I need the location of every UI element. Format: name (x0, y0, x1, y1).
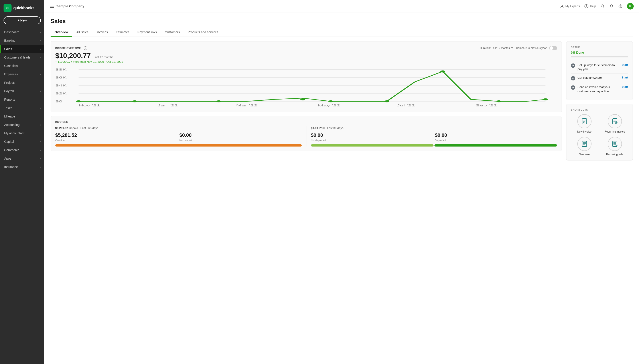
sidebar-item-label-payroll: Payroll (4, 89, 14, 93)
setup-progress-label: 0% Done (571, 51, 628, 54)
sidebar-item-label-cashflow: Cash flow (4, 64, 18, 68)
sidebar-item-accounting[interactable]: Accounting › (0, 120, 44, 129)
sidebar-nav: Dashboard › Banking › Sales › Customers … (0, 28, 44, 364)
setup-item-1: Get paid anywhere Start (571, 74, 628, 83)
setup-start-1[interactable]: Start (621, 76, 628, 79)
settings-icon[interactable] (618, 4, 622, 8)
deposited-bar (434, 144, 557, 146)
chart-amount: $10,200.77 (55, 52, 91, 60)
svg-point-32 (543, 98, 548, 100)
sidebar-item-expenses[interactable]: Expenses › (0, 70, 44, 78)
sidebar-item-payroll[interactable]: Payroll › (0, 87, 44, 95)
svg-line-6 (603, 7, 604, 8)
sidebar-item-insurance[interactable]: Insurance › (0, 163, 44, 171)
tab-overview[interactable]: Overview (51, 28, 72, 37)
setup-check-icon-1 (571, 76, 575, 80)
shortcuts-panel: SHORTCUTS (566, 104, 633, 160)
notifications-icon[interactable] (609, 4, 614, 8)
sidebar-item-cashflow[interactable]: Cash flow (0, 62, 44, 70)
duration-select[interactable]: Duration: Last 12 months ▼ (480, 46, 513, 50)
income-chart-card: INCOME OVER TIME i Duration: Last 12 mon… (51, 41, 562, 112)
sidebar-item-banking[interactable]: Banking › (0, 36, 44, 45)
svg-text:Jan '22: Jan '22 (157, 104, 178, 107)
sidebar: QB quickbooks + New Dashboard › Banking … (0, 0, 44, 364)
sidebar-item-apps[interactable]: Apps › (0, 154, 44, 163)
sidebar-item-reports[interactable]: Reports (0, 95, 44, 104)
sidebar-item-label-expenses: Expenses (4, 72, 18, 76)
shortcut-new-sale[interactable]: New sale (571, 137, 598, 156)
sidebar-item-taxes[interactable]: Taxes › (0, 104, 44, 112)
page-title: Sales (51, 18, 633, 24)
overdue-bar (55, 144, 302, 146)
sidebar-item-sales[interactable]: Sales › (0, 45, 44, 53)
shortcut-recurring-invoice[interactable]: Recurring invoice (601, 114, 628, 133)
deposited-label: Deposited (435, 139, 557, 142)
topbar-right: My Experts ? Help (560, 3, 634, 10)
my-experts-label: My Experts (565, 4, 580, 8)
svg-point-30 (440, 70, 445, 72)
recurring-invoice-icon (608, 114, 622, 128)
main-area: Sample Company My Experts ? (44, 0, 639, 364)
chevron-icon-taxes: › (40, 107, 41, 109)
not-due-label: Not due yet (179, 139, 302, 142)
setup-start-2[interactable]: Start (621, 85, 628, 88)
new-button[interactable]: + New (4, 16, 41, 24)
setup-text-0: Set up ways for customers to pay you (577, 63, 619, 71)
sidebar-item-myaccountant[interactable]: My accountant (0, 129, 44, 138)
svg-point-5 (601, 5, 603, 7)
arrow-up-icon: ↑ (55, 60, 57, 64)
svg-point-42 (615, 122, 617, 124)
chevron-icon-commerce: › (40, 149, 41, 152)
overdue-amount: $5,281.52 (55, 132, 178, 138)
sidebar-item-customers[interactable]: Customers & leads › (0, 53, 44, 62)
chart-info-icon[interactable]: i (84, 46, 87, 50)
new-sale-label: New sale (579, 153, 590, 156)
topbar-left: Sample Company (50, 4, 84, 8)
recurring-sale-icon (608, 137, 622, 151)
new-invoice-icon (577, 114, 591, 128)
svg-text:?: ? (586, 5, 587, 8)
tab-estimates[interactable]: Estimates (112, 28, 133, 37)
tab-customers[interactable]: Customers (161, 28, 184, 37)
shortcut-recurring-sale[interactable]: Recurring sale (601, 137, 628, 156)
deposited-bar-container (434, 144, 557, 146)
sidebar-item-label-customers: Customers & leads (4, 56, 30, 59)
sidebar-item-label-taxes: Taxes (4, 106, 13, 110)
help-button[interactable]: ? Help (584, 4, 596, 8)
sidebar-item-commerce[interactable]: Commerce › (0, 146, 44, 154)
tab-products[interactable]: Products and services (184, 28, 222, 37)
not-deposited-bar-container (311, 144, 434, 146)
content-grid: INCOME OVER TIME i Duration: Last 12 mon… (51, 41, 633, 160)
logo-text: quickbooks (13, 6, 34, 10)
my-experts-button[interactable]: My Experts (560, 4, 580, 8)
tab-paymentlinks[interactable]: Payment links (134, 28, 161, 37)
overdue-label: Overdue (55, 139, 178, 142)
chart-section-title: INCOME OVER TIME (55, 47, 81, 50)
sidebar-item-projects[interactable]: Projects (0, 78, 44, 87)
tabs-bar: OverviewAll SalesInvoicesEstimatesPaymen… (51, 28, 633, 37)
user-avatar[interactable]: R (627, 3, 634, 10)
compare-toggle-switch[interactable] (549, 46, 557, 50)
chart-comparison: ↑ $10,200.77 more than Nov 01, 2020 - Oc… (55, 60, 557, 64)
search-icon[interactable] (600, 4, 605, 8)
tab-invoices[interactable]: Invoices (93, 28, 112, 37)
sidebar-item-dashboard[interactable]: Dashboard › (0, 28, 44, 36)
setup-check-icon-2 (571, 85, 575, 90)
unpaid-header: $5,281.52 Unpaid Last 365 days (55, 126, 302, 130)
svg-text:$0: $0 (55, 100, 62, 103)
sidebar-item-capital[interactable]: Capital › (0, 138, 44, 146)
sidebar-item-mileage[interactable]: Mileage (0, 112, 44, 120)
setup-header: SETUP (571, 46, 628, 48)
chevron-icon-apps: › (40, 158, 41, 160)
setup-item-0: Set up ways for customers to pay you Sta… (571, 61, 628, 74)
tab-allsales[interactable]: All Sales (72, 28, 92, 37)
not-due-col: $0.00 Not due yet (179, 132, 302, 142)
shortcut-new-invoice[interactable]: New invoice (571, 114, 598, 133)
svg-text:Jul '22: Jul '22 (397, 104, 415, 107)
setup-start-0[interactable]: Start (621, 63, 628, 66)
chevron-icon-customers: › (40, 56, 41, 59)
setup-progress-bar (571, 56, 628, 58)
topbar: Sample Company My Experts ? (44, 0, 639, 12)
menu-hamburger[interactable] (50, 5, 54, 8)
setup-check-icon-0 (571, 64, 575, 68)
